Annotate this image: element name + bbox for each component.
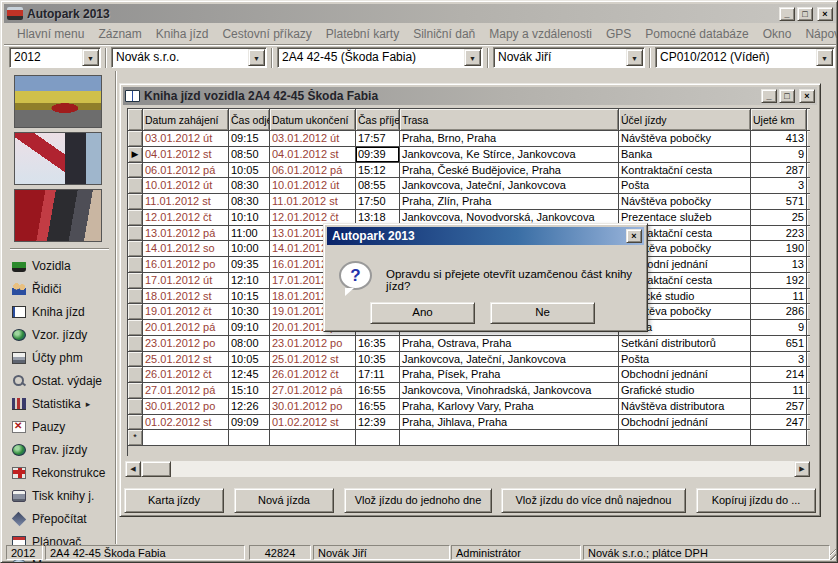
table-cell[interactable]: 23.01.2012 po <box>270 336 356 352</box>
table-cell[interactable]: 12.01.2012 čt <box>143 210 229 226</box>
menu-item-mapy-a-vzdalenosti[interactable]: Mapy a vzdálenosti <box>482 25 599 43</box>
sidebar-item-prav-jizdy[interactable]: Prav. jízdy <box>4 438 115 461</box>
row-selector[interactable] <box>128 273 143 289</box>
sidebar-item-ostat-vydaje[interactable]: Ostat. výdaje <box>4 369 115 392</box>
sidebar-item-rekonstrukce[interactable]: Rekonstrukce <box>4 461 115 484</box>
table-cell[interactable]: Obchodní jednání <box>619 415 751 431</box>
table-cell[interactable]: 12:45 <box>229 367 270 383</box>
table-cell[interactable]: 18.01.2012 st <box>143 289 229 305</box>
table-cell[interactable]: 27.01.2012 pá <box>270 383 356 399</box>
logbook-titlebar[interactable]: Kniha jízd vozidla 2A4 42-45 Škoda Fabia… <box>123 87 817 105</box>
table-cell[interactable]: 16:35 <box>356 336 400 352</box>
button-vloz-jizdu-do-jednoho-dne[interactable]: Vlož jízdu do jednoho dne <box>344 488 492 513</box>
table-cell[interactable]: 13 <box>751 257 807 273</box>
row-selector[interactable] <box>128 383 143 399</box>
table-cell[interactable]: Praha, Zlín, Praha <box>400 194 619 210</box>
sidebar-item-ucty-phm[interactable]: Účty phm <box>4 346 115 369</box>
row-selector[interactable] <box>128 194 143 210</box>
menu-item-pomocne-databaze[interactable]: Pomocné databáze <box>638 25 755 43</box>
table-cell[interactable]: 19.01.2012 čt <box>143 304 229 320</box>
table-cell[interactable]: 03.01.2012 út <box>270 131 356 147</box>
table-cell[interactable]: 09:09 <box>229 415 270 431</box>
sidebar-item-prepocitat[interactable]: Přepočítat <box>4 507 115 530</box>
scroll-right-icon[interactable]: ▶ <box>794 461 810 477</box>
dialog-titlebar[interactable]: Autopark 2013 × <box>327 227 644 245</box>
table-cell[interactable]: 17:50 <box>356 194 400 210</box>
row-selector[interactable] <box>128 178 143 194</box>
table-cell[interactable]: 11:00 <box>229 226 270 242</box>
trip-order-combo[interactable]: CP010/2012 (Vídeň)▼ <box>655 47 835 68</box>
table-cell[interactable]: 10:10 <box>229 210 270 226</box>
table-cell[interactable]: Praha, Ostrava, Praha <box>400 336 619 352</box>
table-cell[interactable]: 12:10 <box>229 273 270 289</box>
table-cell[interactable] <box>229 430 270 446</box>
row-selector[interactable] <box>128 336 143 352</box>
table-cell[interactable]: 14.01.2012 so <box>143 241 229 257</box>
table-cell[interactable]: 26.01.2012 čt <box>270 367 356 383</box>
row-selector[interactable] <box>128 257 143 273</box>
table-cell[interactable]: 30.01.2012 po <box>270 399 356 415</box>
sidebar-item-ridici[interactable]: Řidiči <box>4 277 115 300</box>
table-cell[interactable]: Praha, České Budějovice, Praha <box>400 163 619 179</box>
chevron-down-icon[interactable]: ▼ <box>626 49 643 66</box>
table-cell[interactable]: Praha, Písek, Praha <box>400 367 619 383</box>
row-selector-header[interactable] <box>128 109 143 131</box>
table-cell[interactable]: Grafické studio <box>619 383 751 399</box>
row-selector[interactable] <box>128 367 143 383</box>
menu-item-zaznam[interactable]: Záznam <box>91 25 148 43</box>
table-cell[interactable]: 08:00 <box>229 336 270 352</box>
column-header-trasa[interactable]: Trasa <box>400 109 619 131</box>
chevron-down-icon[interactable]: ▼ <box>82 49 99 66</box>
chevron-down-icon[interactable]: ▼ <box>248 49 265 66</box>
table-cell[interactable]: Jankovcova, Jateční, Jankovcova <box>400 352 619 368</box>
table-cell[interactable]: 09:15 <box>229 131 270 147</box>
table-cell[interactable]: 10.01.2012 út <box>143 178 229 194</box>
row-selector[interactable] <box>128 399 143 415</box>
table-cell[interactable]: 11 <box>751 383 807 399</box>
table-cell[interactable]: 08:55 <box>356 178 400 194</box>
table-cell[interactable]: Obchodní jednání <box>619 367 751 383</box>
table-cell[interactable]: 10:35 <box>356 352 400 368</box>
column-header-cas-odjezdu[interactable]: Čas odjezdu <box>229 109 270 131</box>
table-cell[interactable]: 11.01.2012 st <box>143 194 229 210</box>
vehicle-combo[interactable]: 2A4 42-45 (Škoda Fabia)▼ <box>277 47 483 68</box>
table-cell[interactable]: 287 <box>751 163 807 179</box>
table-cell[interactable]: 25 <box>751 210 807 226</box>
sidebar-item-vozidla[interactable]: Vozidla <box>4 254 115 277</box>
scroll-left-icon[interactable]: ◀ <box>125 461 141 477</box>
sidebar-item-pauzy[interactable]: Pauzy <box>4 415 115 438</box>
table-cell[interactable]: 23.01.2012 po <box>143 336 229 352</box>
table-cell[interactable]: Setkání distributorů <box>619 336 751 352</box>
close-button[interactable]: × <box>817 7 833 21</box>
chevron-down-icon[interactable]: ▼ <box>816 49 833 66</box>
button-vloz-jizdu-do-vice-dnu-najednou[interactable]: Vlož jízdu do více dnů najednou <box>501 488 686 513</box>
table-cell[interactable] <box>356 430 400 446</box>
table-cell[interactable]: 10:05 <box>229 163 270 179</box>
driver-combo[interactable]: Novák Jiří▼ <box>493 47 645 68</box>
logbook-minimize-button[interactable]: _ <box>761 89 777 103</box>
table-cell[interactable]: 223 <box>751 226 807 242</box>
table-cell[interactable]: Návštěva pobočky <box>619 194 751 210</box>
sidebar-item-vzor-jizdy[interactable]: Vzor. jízdy <box>4 323 115 346</box>
row-selector[interactable] <box>128 289 143 305</box>
table-cell[interactable]: 12:39 <box>356 415 400 431</box>
table-cell[interactable]: 26.01.2012 čt <box>143 367 229 383</box>
table-cell[interactable]: 214 <box>751 367 807 383</box>
table-cell[interactable]: 08:50 <box>229 147 270 163</box>
table-cell[interactable]: 651 <box>751 336 807 352</box>
main-titlebar[interactable]: Autopark 2013 _ □ × <box>4 4 836 23</box>
menu-item-cestovni-prikazy[interactable]: Cestovní příkazy <box>215 25 318 43</box>
table-cell[interactable]: 25.01.2012 st <box>270 352 356 368</box>
column-header-ujete-km[interactable]: Ujeté km <box>751 109 807 131</box>
maximize-button[interactable]: □ <box>797 7 813 21</box>
table-cell[interactable]: Pošta <box>619 178 751 194</box>
table-cell[interactable]: Praha, Karlovy Vary, Praha <box>400 399 619 415</box>
table-cell[interactable]: 15:12 <box>356 163 400 179</box>
row-selector[interactable] <box>128 226 143 242</box>
row-selector[interactable] <box>128 163 143 179</box>
button-nova-jizda[interactable]: Nová jízda <box>234 488 334 513</box>
table-cell[interactable]: 10:05 <box>229 352 270 368</box>
table-cell[interactable]: 3 <box>751 178 807 194</box>
company-combo[interactable]: Novák s.r.o.▼ <box>111 47 267 68</box>
table-cell[interactable]: 03.01.2012 út <box>143 131 229 147</box>
